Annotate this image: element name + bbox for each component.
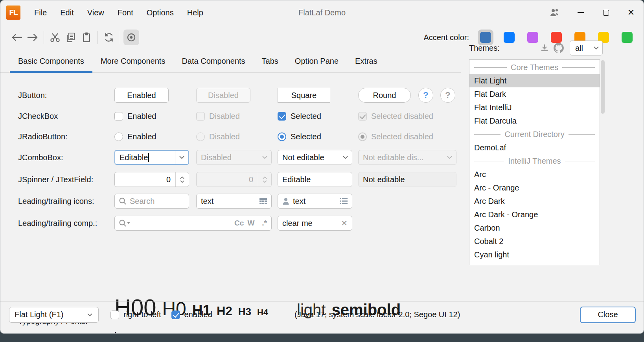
combobox-arrow-button[interactable] xyxy=(339,150,352,165)
leading-trailing-icons-row: Leading/trailing icons: Search text text xyxy=(0,191,461,211)
menu-help[interactable]: Help xyxy=(180,5,210,20)
accent-swatch-icon xyxy=(622,32,633,43)
match-case-toggle[interactable]: Cc xyxy=(234,219,244,227)
right-to-left-checkbox[interactable]: right-to-left xyxy=(110,310,161,319)
copy-button[interactable] xyxy=(63,30,79,45)
back-button[interactable] xyxy=(9,30,25,45)
theme-item-arc-dark-orange[interactable]: Arc Dark - Orange xyxy=(469,208,600,221)
textfield-value: Not editable xyxy=(363,175,452,184)
spinner-buttons[interactable] xyxy=(175,172,189,187)
accent-swatch-green[interactable] xyxy=(619,30,635,45)
forward-button[interactable] xyxy=(25,30,40,45)
search-with-options-field[interactable]: Cc W .* xyxy=(114,216,272,231)
environment-status-text: (Java 17; system scale factor 2.0; Segoe… xyxy=(294,310,460,319)
paste-button[interactable] xyxy=(79,30,94,45)
theme-item-arc-orange[interactable]: Arc - Orange xyxy=(469,181,600,194)
spinner-value[interactable]: 0 xyxy=(115,172,175,187)
theme-item-flat-light[interactable]: Flat Light xyxy=(469,74,600,87)
list-icon[interactable] xyxy=(340,198,348,204)
radio-label: Enabled xyxy=(127,132,156,141)
theme-item-flat-dark[interactable]: Flat Dark xyxy=(469,87,600,101)
text-field-table[interactable]: text xyxy=(196,194,272,209)
square-button[interactable]: Square xyxy=(278,88,330,103)
theme-item-demolaf[interactable]: DemoLaf xyxy=(469,141,600,154)
search-field[interactable]: Search xyxy=(114,194,189,209)
combobox-editable[interactable]: Editable xyxy=(114,150,189,165)
theme-item-carbon[interactable]: Carbon xyxy=(469,221,600,235)
combobox-not-editable[interactable]: Not editable xyxy=(278,150,352,165)
themes-group-separator: IntelliJ Themes xyxy=(469,154,600,168)
spinner[interactable]: 0 xyxy=(114,172,189,187)
spinner-value: 0 xyxy=(197,172,258,187)
combobox-arrow-button xyxy=(258,150,271,165)
tab-extras[interactable]: Extras xyxy=(347,50,386,72)
maximize-button[interactable] xyxy=(593,0,618,25)
menu-view[interactable]: View xyxy=(81,5,111,20)
combobox-value: Editable xyxy=(120,153,148,162)
theme-item-cyan-light[interactable]: Cyan light xyxy=(469,248,600,261)
users-icon[interactable] xyxy=(541,0,568,25)
menu-edit[interactable]: Edit xyxy=(53,5,80,20)
jcheckbox-label: JCheckBox xyxy=(18,112,58,121)
radio-icon xyxy=(114,132,123,141)
combobox-arrow-button[interactable] xyxy=(175,151,188,164)
close-window-button[interactable]: ✕ xyxy=(618,0,644,25)
tab-option-pane[interactable]: Option Pane xyxy=(287,50,347,72)
text-field-user[interactable]: text xyxy=(278,194,352,209)
clearable-field[interactable]: clear me ✕ xyxy=(278,216,352,231)
scrollbar-thumb[interactable] xyxy=(601,60,605,114)
look-and-feel-combobox[interactable]: Flat Light (F1) xyxy=(9,307,99,323)
download-themes-button[interactable] xyxy=(537,41,552,55)
menu-options[interactable]: Options xyxy=(140,5,180,20)
menu-file[interactable]: File xyxy=(28,5,53,20)
cut-icon xyxy=(50,32,60,43)
search-icon xyxy=(119,220,126,227)
tab-tabs[interactable]: Tabs xyxy=(254,50,287,72)
jradiobutton-label: JRadioButton: xyxy=(18,132,68,141)
textfield-editable[interactable]: Editable xyxy=(278,172,352,187)
chevron-down-icon xyxy=(87,313,92,316)
theme-item-arc[interactable]: Arc xyxy=(469,168,600,181)
enabled-checkbox[interactable]: enabled xyxy=(171,310,212,319)
refresh-button[interactable] xyxy=(101,30,117,45)
clear-icon[interactable]: ✕ xyxy=(341,218,348,228)
minimize-button[interactable] xyxy=(568,0,593,25)
cut-button[interactable] xyxy=(47,30,63,45)
disabled-button: Disabled xyxy=(196,88,250,103)
theme-item-flat-darcula[interactable]: Flat Darcula xyxy=(469,114,600,128)
show-hover-components-toggle[interactable] xyxy=(123,30,139,45)
whole-word-toggle[interactable]: W xyxy=(247,219,254,227)
radio-enabled[interactable]: Enabled xyxy=(114,132,189,141)
themes-filter-combobox[interactable]: all xyxy=(570,41,603,55)
checkbox-selected[interactable]: Selected xyxy=(278,112,352,121)
leading-trailing-comp-label: Leading/trailing comp.: xyxy=(18,219,97,228)
theme-item-cobalt-2[interactable]: Cobalt 2 xyxy=(469,235,600,248)
theme-item-arc-dark[interactable]: Arc Dark xyxy=(469,194,600,208)
checkbox-label: right-to-left xyxy=(123,310,161,319)
theme-item-dark-flat[interactable]: Dark Flat xyxy=(469,261,600,265)
close-button[interactable]: Close xyxy=(580,307,636,323)
spinner-disabled: 0 xyxy=(196,172,272,187)
themes-scrollbar[interactable] xyxy=(601,60,605,264)
jcombobox-row: JComboBox: Editable Disabled Not editabl… xyxy=(0,147,461,168)
help-button-disabled: ? xyxy=(440,88,455,103)
theme-item-flat-intellij[interactable]: Flat IntelliJ xyxy=(469,101,600,114)
help-button[interactable]: ? xyxy=(418,88,433,103)
github-button[interactable] xyxy=(552,41,566,55)
round-button[interactable]: Round xyxy=(358,88,411,103)
regex-toggle[interactable]: .* xyxy=(262,219,267,227)
tab-data-components[interactable]: Data Components xyxy=(173,50,253,72)
themes-list: Core Themes Flat Light Flat Dark Flat In… xyxy=(469,59,600,265)
enabled-button[interactable]: Enabled xyxy=(114,88,169,103)
maximize-icon xyxy=(603,10,609,16)
table-icon[interactable] xyxy=(259,198,267,205)
radio-selected[interactable]: Selected xyxy=(278,132,352,141)
jcombobox-label: JComboBox: xyxy=(18,153,63,162)
search-dropdown-button[interactable] xyxy=(119,220,130,227)
tab-more-components[interactable]: More Components xyxy=(92,50,174,72)
checkbox-enabled[interactable]: Enabled xyxy=(114,112,189,121)
textfield-not-editable: Not editable xyxy=(358,172,456,187)
menu-font[interactable]: Font xyxy=(111,5,140,20)
checkbox-label: Selected xyxy=(291,112,321,121)
tab-basic-components[interactable]: Basic Components xyxy=(10,50,92,72)
